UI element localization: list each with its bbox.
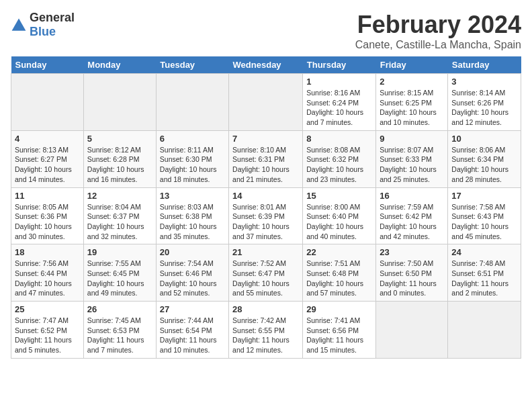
day-number: 14 — [232, 191, 299, 201]
calendar-week-row: 25Sunrise: 7:47 AMSunset: 6:52 PMDayligh… — [11, 302, 521, 359]
calendar-cell — [229, 74, 303, 131]
day-info: Sunrise: 8:05 AMSunset: 6:36 PMDaylight:… — [15, 202, 80, 242]
day-header-thursday: Thursday — [303, 56, 376, 74]
calendar-subtitle: Canete, Castille-La Mancha, Spain — [355, 39, 521, 51]
day-info: Sunrise: 7:50 AMSunset: 6:50 PMDaylight:… — [380, 259, 444, 298]
day-number: 3 — [451, 77, 517, 87]
calendar-cell: 1Sunrise: 8:16 AMSunset: 6:24 PMDaylight… — [303, 74, 376, 131]
calendar-cell — [83, 74, 156, 131]
calendar-cell — [376, 302, 448, 359]
calendar-cell: 22Sunrise: 7:51 AMSunset: 6:48 PMDayligh… — [303, 244, 376, 302]
day-info: Sunrise: 7:55 AMSunset: 6:45 PMDaylight:… — [87, 259, 152, 298]
day-info: Sunrise: 7:51 AMSunset: 6:48 PMDaylight:… — [306, 259, 372, 298]
day-number: 6 — [160, 134, 225, 144]
day-header-wednesday: Wednesday — [229, 56, 303, 74]
day-info: Sunrise: 8:15 AMSunset: 6:25 PMDaylight:… — [380, 88, 444, 128]
day-info: Sunrise: 8:16 AMSunset: 6:24 PMDaylight:… — [306, 88, 372, 128]
day-info: Sunrise: 7:41 AMSunset: 6:56 PMDaylight:… — [306, 316, 372, 355]
calendar-cell — [448, 302, 521, 359]
calendar-week-row: 4Sunrise: 8:13 AMSunset: 6:27 PMDaylight… — [11, 130, 521, 187]
calendar-cell: 20Sunrise: 7:54 AMSunset: 6:46 PMDayligh… — [156, 244, 228, 302]
day-number: 2 — [380, 77, 444, 87]
calendar-week-row: 18Sunrise: 7:56 AMSunset: 6:44 PMDayligh… — [11, 244, 521, 302]
day-number: 16 — [380, 191, 444, 201]
day-number: 15 — [306, 191, 372, 201]
day-number: 21 — [232, 247, 299, 257]
calendar-cell: 19Sunrise: 7:55 AMSunset: 6:45 PMDayligh… — [83, 244, 156, 302]
day-info: Sunrise: 7:44 AMSunset: 6:54 PMDaylight:… — [160, 316, 225, 355]
calendar-cell: 26Sunrise: 7:45 AMSunset: 6:53 PMDayligh… — [83, 302, 156, 359]
calendar-week-row: 11Sunrise: 8:05 AMSunset: 6:36 PMDayligh… — [11, 187, 521, 244]
svg-marker-0 — [12, 18, 26, 30]
day-number: 29 — [306, 304, 372, 314]
day-number: 13 — [160, 191, 225, 201]
day-info: Sunrise: 8:03 AMSunset: 6:38 PMDaylight:… — [160, 202, 225, 242]
calendar-cell: 12Sunrise: 8:04 AMSunset: 6:37 PMDayligh… — [83, 187, 156, 244]
calendar-cell: 2Sunrise: 8:15 AMSunset: 6:25 PMDaylight… — [376, 74, 448, 131]
logo-general: General — [30, 11, 75, 24]
day-info: Sunrise: 8:00 AMSunset: 6:40 PMDaylight:… — [306, 202, 372, 242]
day-number: 9 — [380, 134, 444, 144]
day-number: 11 — [15, 191, 80, 201]
day-header-sunday: Sunday — [11, 56, 84, 74]
day-info: Sunrise: 7:54 AMSunset: 6:46 PMDaylight:… — [160, 259, 225, 298]
day-info: Sunrise: 7:45 AMSunset: 6:53 PMDaylight:… — [87, 316, 152, 355]
calendar-cell: 11Sunrise: 8:05 AMSunset: 6:36 PMDayligh… — [11, 187, 84, 244]
calendar-cell: 4Sunrise: 8:13 AMSunset: 6:27 PMDaylight… — [11, 130, 84, 187]
logo-icon — [11, 17, 27, 33]
title-area: February 2024 Canete, Castille-La Mancha… — [355, 11, 521, 51]
day-number: 8 — [306, 134, 372, 144]
calendar-cell: 25Sunrise: 7:47 AMSunset: 6:52 PMDayligh… — [11, 302, 84, 359]
day-number: 7 — [232, 134, 299, 144]
day-info: Sunrise: 8:08 AMSunset: 6:32 PMDaylight:… — [306, 145, 372, 185]
calendar-cell: 28Sunrise: 7:42 AMSunset: 6:55 PMDayligh… — [229, 302, 303, 359]
logo: General Blue — [11, 11, 75, 39]
day-number: 22 — [306, 247, 372, 257]
day-number: 20 — [160, 247, 225, 257]
calendar-cell: 18Sunrise: 7:56 AMSunset: 6:44 PMDayligh… — [11, 244, 84, 302]
day-header-tuesday: Tuesday — [156, 56, 228, 74]
calendar-header-row: SundayMondayTuesdayWednesdayThursdayFrid… — [11, 56, 521, 74]
day-info: Sunrise: 7:58 AMSunset: 6:43 PMDaylight:… — [451, 202, 517, 242]
calendar-cell: 16Sunrise: 7:59 AMSunset: 6:42 PMDayligh… — [376, 187, 448, 244]
day-number: 24 — [451, 247, 517, 257]
calendar-cell: 29Sunrise: 7:41 AMSunset: 6:56 PMDayligh… — [303, 302, 376, 359]
calendar-cell: 8Sunrise: 8:08 AMSunset: 6:32 PMDaylight… — [303, 130, 376, 187]
calendar-cell: 15Sunrise: 8:00 AMSunset: 6:40 PMDayligh… — [303, 187, 376, 244]
calendar-title: February 2024 — [355, 11, 521, 39]
calendar-cell: 3Sunrise: 8:14 AMSunset: 6:26 PMDaylight… — [448, 74, 521, 131]
day-info: Sunrise: 7:48 AMSunset: 6:51 PMDaylight:… — [451, 259, 517, 298]
calendar-cell: 24Sunrise: 7:48 AMSunset: 6:51 PMDayligh… — [448, 244, 521, 302]
day-header-friday: Friday — [376, 56, 448, 74]
day-number: 1 — [306, 77, 372, 87]
day-info: Sunrise: 8:14 AMSunset: 6:26 PMDaylight:… — [451, 88, 517, 128]
day-number: 4 — [15, 134, 80, 144]
calendar-cell: 7Sunrise: 8:10 AMSunset: 6:31 PMDaylight… — [229, 130, 303, 187]
page-header: General Blue February 2024 Canete, Casti… — [11, 11, 521, 51]
day-info: Sunrise: 7:59 AMSunset: 6:42 PMDaylight:… — [380, 202, 444, 242]
day-info: Sunrise: 8:07 AMSunset: 6:33 PMDaylight:… — [380, 145, 444, 185]
calendar-cell: 27Sunrise: 7:44 AMSunset: 6:54 PMDayligh… — [156, 302, 228, 359]
calendar-cell — [156, 74, 228, 131]
calendar-cell: 9Sunrise: 8:07 AMSunset: 6:33 PMDaylight… — [376, 130, 448, 187]
calendar-cell: 23Sunrise: 7:50 AMSunset: 6:50 PMDayligh… — [376, 244, 448, 302]
day-info: Sunrise: 8:06 AMSunset: 6:34 PMDaylight:… — [451, 145, 517, 185]
day-info: Sunrise: 7:42 AMSunset: 6:55 PMDaylight:… — [232, 316, 299, 355]
day-info: Sunrise: 7:56 AMSunset: 6:44 PMDaylight:… — [15, 259, 80, 298]
calendar-cell: 13Sunrise: 8:03 AMSunset: 6:38 PMDayligh… — [156, 187, 228, 244]
day-number: 26 — [87, 304, 152, 314]
day-info: Sunrise: 7:52 AMSunset: 6:47 PMDaylight:… — [232, 259, 299, 298]
calendar-cell: 5Sunrise: 8:12 AMSunset: 6:28 PMDaylight… — [83, 130, 156, 187]
day-info: Sunrise: 7:47 AMSunset: 6:52 PMDaylight:… — [15, 316, 80, 355]
calendar-cell — [11, 74, 84, 131]
day-info: Sunrise: 8:12 AMSunset: 6:28 PMDaylight:… — [87, 145, 152, 185]
day-number: 19 — [87, 247, 152, 257]
day-number: 5 — [87, 134, 152, 144]
day-number: 27 — [160, 304, 225, 314]
calendar-table: SundayMondayTuesdayWednesdayThursdayFrid… — [11, 56, 521, 359]
day-number: 28 — [232, 304, 299, 314]
calendar-cell: 6Sunrise: 8:11 AMSunset: 6:30 PMDaylight… — [156, 130, 228, 187]
day-info: Sunrise: 8:11 AMSunset: 6:30 PMDaylight:… — [160, 145, 225, 185]
day-header-saturday: Saturday — [448, 56, 521, 74]
day-info: Sunrise: 8:01 AMSunset: 6:39 PMDaylight:… — [232, 202, 299, 242]
